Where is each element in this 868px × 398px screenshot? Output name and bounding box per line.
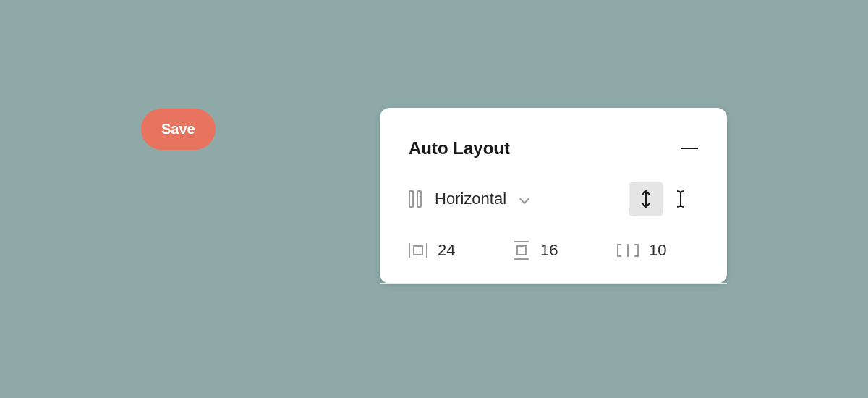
panel-header: Auto Layout (380, 108, 727, 172)
direction-row: Horizontal (380, 172, 727, 226)
padding-horizontal-field[interactable]: 24 (409, 241, 513, 260)
svg-rect-3 (414, 246, 422, 255)
auto-layout-panel: Auto Layout Horizontal (380, 108, 727, 284)
padding-horizontal-value: 24 (438, 241, 455, 260)
padding-vertical-value: 16 (540, 241, 558, 260)
padding-horizontal-icon (409, 242, 427, 259)
text-cursor-icon (675, 190, 686, 208)
hug-vertical-button[interactable] (629, 182, 663, 216)
collapse-icon[interactable] (681, 148, 698, 149)
text-cursor-button[interactable] (663, 182, 698, 216)
horizontal-layout-icon (409, 190, 422, 208)
save-button[interactable]: Save (141, 109, 216, 150)
resize-controls (629, 182, 698, 216)
svg-rect-6 (517, 246, 526, 255)
resize-vertical-icon (639, 190, 652, 208)
spacing-field[interactable]: 10 (617, 241, 666, 260)
padding-vertical-field[interactable]: 16 (513, 241, 617, 260)
padding-vertical-icon (513, 241, 530, 260)
spacing-icon (617, 242, 639, 259)
chevron-down-icon[interactable] (519, 194, 529, 204)
spacing-value: 10 (649, 241, 666, 260)
direction-label[interactable]: Horizontal (435, 190, 506, 208)
panel-title: Auto Layout (409, 138, 510, 158)
spacing-row: 24 16 10 (380, 226, 727, 284)
